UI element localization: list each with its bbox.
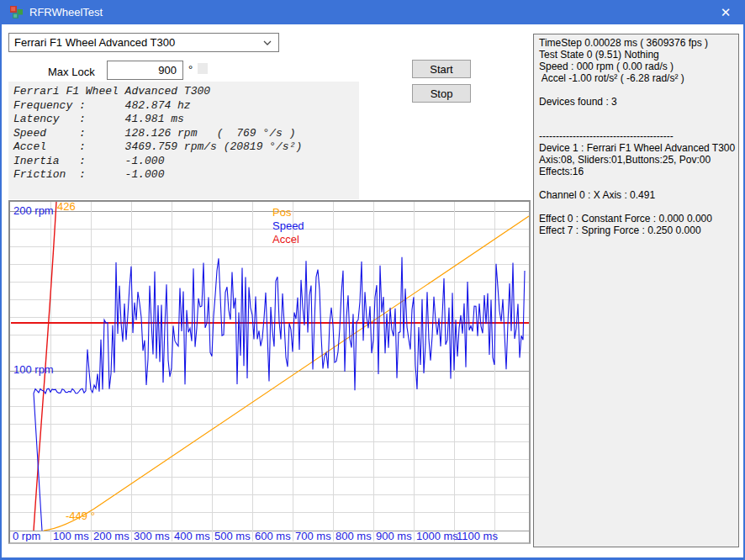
svg-text:Speed: Speed — [272, 219, 304, 232]
y-tick-labels: 200 rpm100 rpm — [13, 204, 54, 376]
svg-text:1000 ms: 1000 ms — [416, 530, 458, 542]
svg-text:426: 426 — [57, 202, 76, 213]
svg-text:100 ms: 100 ms — [53, 530, 89, 542]
degree-artifact — [198, 63, 208, 74]
svg-text:Accel: Accel — [272, 233, 299, 246]
svg-text:0 rpm: 0 rpm — [13, 530, 40, 542]
max-lock-label: Max Lock — [48, 66, 95, 78]
svg-text:200 rpm: 200 rpm — [13, 204, 54, 217]
chart-legend: PosSpeedAccel — [272, 206, 304, 246]
x-tick-labels: 0 rpm100 ms200 ms300 ms400 ms500 ms600 m… — [13, 530, 498, 542]
app-window: RFRWheelTest ✕ Ferrari F1 Wheel Advanced… — [0, 0, 745, 560]
svg-text:900 ms: 900 ms — [376, 530, 412, 542]
chart-panel: 200 rpm100 rpm0 rpm100 ms200 ms300 ms400… — [8, 200, 531, 544]
svg-text:200 ms: 200 ms — [93, 530, 129, 542]
svg-text:500 ms: 500 ms — [214, 530, 251, 542]
start-button[interactable]: Start — [412, 60, 471, 78]
window-title: RFRWheelTest — [29, 6, 103, 18]
stop-button[interactable]: Stop — [412, 84, 471, 103]
svg-text:100 rpm: 100 rpm — [13, 363, 54, 376]
close-button[interactable]: ✕ — [706, 0, 745, 24]
chevron-down-icon — [260, 36, 275, 50]
svg-text:-449 °: -449 ° — [66, 510, 95, 522]
chart-svg: 200 rpm100 rpm0 rpm100 ms200 ms300 ms400… — [10, 202, 529, 542]
status-panel: TimeStep 0.00028 ms ( 3609376 fps ) Test… — [533, 34, 739, 547]
svg-text:800 ms: 800 ms — [336, 530, 372, 542]
svg-text:700 ms: 700 ms — [295, 530, 331, 542]
title-bar: RFRWheelTest ✕ — [0, 0, 745, 24]
device-select[interactable]: Ferrari F1 Wheel Advanced T300 — [8, 33, 279, 52]
svg-text:300 ms: 300 ms — [134, 530, 170, 542]
svg-text:600 ms: 600 ms — [255, 530, 291, 542]
device-select-value: Ferrari F1 Wheel Advanced T300 — [14, 36, 175, 49]
svg-text:400 ms: 400 ms — [174, 530, 210, 542]
svg-text:1100 ms: 1100 ms — [457, 530, 498, 542]
degree-symbol: ° — [188, 63, 193, 76]
svg-text:Pos: Pos — [272, 206, 292, 219]
chart-annotations: 426-449 ° — [57, 202, 95, 522]
app-icon — [9, 5, 24, 19]
device-info-block: Ferrari F1 Wheel Advanced T300 Frequency… — [8, 82, 359, 199]
speed-series — [34, 257, 525, 531]
max-lock-input[interactable] — [107, 61, 183, 80]
